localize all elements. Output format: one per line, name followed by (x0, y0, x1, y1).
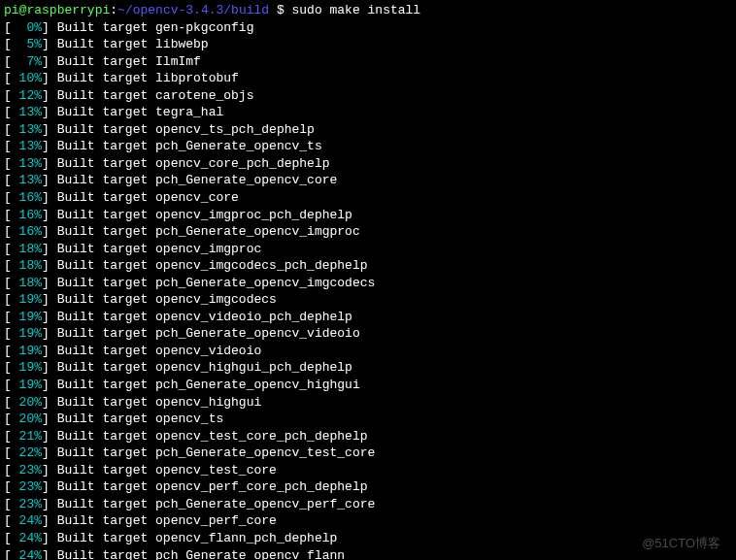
watermark: @51CTO博客 (642, 535, 720, 552)
bracket-close: ] (42, 395, 57, 410)
prompt-host: raspberrypi (26, 3, 110, 17)
bracket-close: ] (42, 378, 57, 392)
progress-percent: 23% (12, 497, 42, 511)
progress-percent: 16% (12, 224, 42, 239)
bracket-close: ] (42, 139, 57, 153)
build-message: Built target opencv_core_pch_dephelp (57, 156, 330, 171)
build-message: Built target opencv_flann_pch_dephelp (57, 531, 338, 545)
bracket-close: ] (42, 360, 57, 375)
bracket-open: [ (4, 122, 12, 137)
build-line: [ 22%] Built target pch_Generate_opencv_… (4, 445, 732, 462)
progress-percent: 13% (12, 173, 42, 187)
progress-percent: 13% (12, 122, 42, 137)
bracket-close: ] (42, 224, 57, 239)
bracket-open: [ (4, 258, 12, 273)
bracket-close: ] (42, 258, 57, 273)
progress-percent: 16% (12, 190, 42, 205)
build-line: [ 18%] Built target opencv_imgproc (4, 241, 732, 258)
build-line: [ 13%] Built target tegra_hal (4, 104, 732, 121)
progress-percent: 7% (12, 54, 42, 69)
build-message: Built target IlmImf (57, 54, 201, 69)
build-message: Built target opencv_ts_pch_dephelp (57, 122, 315, 137)
build-line: [ 12%] Built target carotene_objs (4, 87, 732, 105)
bracket-close: ] (42, 344, 57, 358)
build-message: Built target opencv_highgui_pch_dephelp (57, 360, 352, 375)
progress-percent: 13% (12, 156, 42, 171)
bracket-open: [ (4, 224, 12, 239)
command-input[interactable]: sudo make install (292, 3, 421, 17)
progress-percent: 24% (12, 513, 42, 528)
bracket-close: ] (42, 513, 57, 528)
bracket-open: [ (4, 326, 12, 341)
build-message: Built target pch_Generate_opencv_videoio (57, 326, 360, 341)
build-line: [ 19%] Built target opencv_highgui_pch_d… (4, 359, 732, 377)
progress-percent: 19% (12, 310, 42, 324)
bracket-close: ] (42, 463, 57, 478)
progress-percent: 24% (12, 531, 42, 545)
bracket-open: [ (4, 429, 12, 444)
build-line: [ 7%] Built target IlmImf (4, 53, 732, 71)
build-line: [ 19%] Built target opencv_videoio_pch_d… (4, 309, 732, 326)
progress-percent: 13% (12, 105, 42, 119)
progress-percent: 18% (12, 242, 42, 256)
build-message: Built target opencv_videoio_pch_dephelp (57, 310, 352, 324)
bracket-close: ] (42, 208, 57, 222)
build-message: Built target opencv_core (57, 190, 239, 205)
bracket-open: [ (4, 71, 12, 85)
build-line: [ 24%] Built target opencv_perf_core (4, 512, 732, 530)
bracket-close: ] (42, 479, 57, 494)
build-message: Built target libprotobuf (57, 71, 239, 85)
bracket-open: [ (4, 344, 12, 358)
build-message: Built target pch_Generate_opencv_core (57, 173, 338, 187)
bracket-close: ] (42, 548, 57, 561)
bracket-close: ] (42, 276, 57, 290)
build-line: [ 10%] Built target libprotobuf (4, 70, 732, 87)
bracket-open: [ (4, 156, 12, 171)
build-line: [ 23%] Built target pch_Generate_opencv_… (4, 496, 732, 513)
progress-percent: 16% (12, 208, 42, 222)
bracket-open: [ (4, 531, 12, 545)
build-message: Built target opencv_highgui (57, 395, 262, 410)
build-message: Built target opencv_videoio (57, 344, 262, 358)
bracket-open: [ (4, 88, 12, 103)
bracket-open: [ (4, 208, 12, 222)
build-message: Built target libwebp (57, 37, 209, 51)
progress-percent: 19% (12, 378, 42, 392)
bracket-open: [ (4, 190, 12, 205)
build-line: [ 24%] Built target opencv_flann_pch_dep… (4, 530, 732, 547)
progress-percent: 24% (12, 548, 42, 561)
progress-percent: 13% (12, 139, 42, 153)
bracket-close: ] (42, 105, 57, 119)
build-line: [ 24%] Built target pch_Generate_opencv_… (4, 547, 732, 561)
progress-percent: 20% (12, 395, 42, 410)
bracket-close: ] (42, 310, 57, 324)
bracket-close: ] (42, 122, 57, 137)
build-message: Built target pch_Generate_opencv_flann (57, 548, 345, 561)
build-message: Built target pch_Generate_opencv_test_co… (57, 445, 376, 460)
build-message: Built target opencv_imgcodecs (57, 292, 277, 307)
prompt-user: pi (4, 3, 19, 17)
bracket-close: ] (42, 71, 57, 85)
terminal-prompt[interactable]: pi@raspberrypi:~/opencv-3.4.3/build $ su… (4, 2, 732, 19)
build-line: [ 21%] Built target opencv_test_core_pch… (4, 428, 732, 445)
build-line: [ 13%] Built target opencv_core_pch_deph… (4, 155, 732, 173)
build-line: [ 16%] Built target opencv_core (4, 189, 732, 207)
build-message: Built target opencv_imgproc_pch_dephelp (57, 208, 352, 222)
bracket-open: [ (4, 20, 12, 35)
bracket-open: [ (4, 276, 12, 290)
build-line: [ 18%] Built target pch_Generate_opencv_… (4, 275, 732, 292)
build-message: Built target opencv_imgcodecs_pch_dephel… (57, 258, 368, 273)
build-message: Built target opencv_imgproc (57, 242, 262, 256)
build-line: [ 16%] Built target pch_Generate_opencv_… (4, 223, 732, 241)
bracket-close: ] (42, 242, 57, 256)
bracket-open: [ (4, 445, 12, 460)
progress-percent: 22% (12, 445, 42, 460)
build-line: [ 19%] Built target pch_Generate_opencv_… (4, 377, 732, 394)
build-line: [ 13%] Built target opencv_ts_pch_dephel… (4, 121, 732, 139)
bracket-open: [ (4, 497, 12, 511)
bracket-close: ] (42, 497, 57, 511)
build-message: Built target opencv_test_core (57, 463, 277, 478)
bracket-close: ] (42, 531, 57, 545)
progress-percent: 0% (12, 20, 42, 35)
progress-percent: 19% (12, 344, 42, 358)
